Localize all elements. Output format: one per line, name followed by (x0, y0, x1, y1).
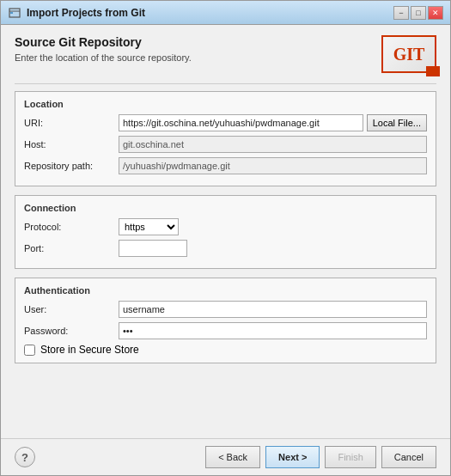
store-secure-label: Store in Secure Store (40, 344, 139, 356)
uri-row: URI: Local File... (24, 114, 427, 131)
git-logo-corner (426, 66, 440, 76)
footer-buttons: < Back Next > Finish Cancel (35, 446, 436, 468)
main-content: Source Git Repository Enter the location… (1, 25, 450, 438)
page-subtitle: Enter the location of the source reposit… (15, 52, 381, 63)
password-label: Password: (24, 326, 119, 336)
help-button[interactable]: ? (15, 447, 35, 467)
port-input[interactable] (119, 240, 187, 257)
password-input[interactable] (119, 322, 427, 339)
user-label: User: (24, 304, 119, 314)
header-section: Source Git Repository Enter the location… (15, 35, 436, 73)
store-secure-row: Store in Secure Store (24, 344, 427, 356)
location-section-title: Location (24, 99, 427, 109)
host-input (119, 136, 427, 153)
uri-input[interactable] (119, 114, 363, 131)
protocol-select[interactable]: https http git ssh (119, 218, 179, 235)
user-input[interactable] (119, 301, 427, 318)
finish-button[interactable]: Finish (325, 446, 375, 468)
host-row: Host: (24, 136, 427, 153)
cancel-button[interactable]: Cancel (381, 446, 436, 468)
port-label: Port: (24, 243, 119, 253)
close-button[interactable]: ✕ (428, 6, 443, 20)
window-icon (8, 6, 21, 20)
repo-path-input (119, 157, 427, 174)
auth-section-title: Authentication (24, 285, 427, 296)
host-label: Host: (24, 139, 119, 150)
port-row: Port: (24, 240, 427, 257)
main-window: Import Projects from Git − □ ✕ Source Gi… (0, 0, 451, 476)
repo-path-label: Repository path: (24, 161, 119, 171)
minimize-button[interactable]: − (393, 6, 409, 20)
page-title: Source Git Repository (15, 35, 381, 49)
connection-section: Connection Protocol: https http git ssh … (15, 195, 436, 269)
restore-button[interactable]: □ (411, 6, 426, 20)
password-row: Password: (24, 322, 427, 339)
protocol-label: Protocol: (24, 222, 119, 232)
repo-path-row: Repository path: (24, 157, 427, 174)
window-controls: − □ ✕ (393, 6, 443, 20)
authentication-section: Authentication User: Password: Store in … (15, 278, 436, 363)
store-secure-checkbox[interactable] (24, 345, 35, 356)
svg-rect-2 (10, 12, 13, 14)
next-button[interactable]: Next > (265, 446, 320, 468)
footer: ? < Back Next > Finish Cancel (1, 438, 450, 475)
location-section: Location URI: Local File... Host: Reposi… (15, 91, 436, 186)
local-file-button[interactable]: Local File... (367, 114, 427, 131)
uri-label: URI: (24, 118, 119, 128)
header-divider (15, 83, 436, 84)
connection-section-title: Connection (24, 203, 427, 213)
back-button[interactable]: < Back (205, 446, 260, 468)
title-bar: Import Projects from Git − □ ✕ (1, 1, 450, 25)
git-logo-container: GIT (381, 35, 436, 73)
header-text: Source Git Repository Enter the location… (15, 35, 381, 63)
window-title: Import Projects from Git (27, 7, 393, 19)
user-row: User: (24, 301, 427, 318)
protocol-row: Protocol: https http git ssh (24, 218, 427, 235)
